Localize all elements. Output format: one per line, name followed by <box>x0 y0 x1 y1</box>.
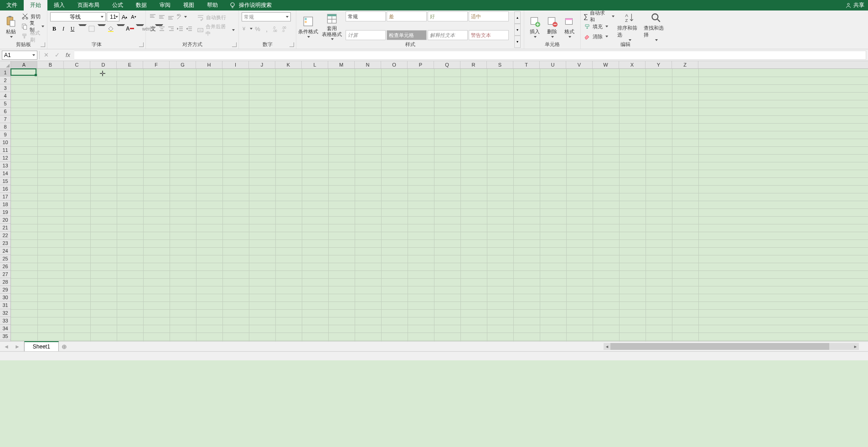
row-header-28[interactable]: 28 <box>0 278 10 286</box>
style-bad[interactable]: 差 <box>387 11 427 21</box>
row-header-8[interactable]: 8 <box>0 123 10 131</box>
style-normal[interactable]: 常规 <box>346 11 386 21</box>
font-dialog-launcher[interactable] <box>139 42 144 47</box>
sheet-tab-active[interactable]: Sheet1 <box>24 341 59 351</box>
align-right-button[interactable] <box>167 24 175 33</box>
col-header-C[interactable]: C <box>64 61 90 68</box>
decrease-indent-button[interactable] <box>176 24 184 33</box>
name-box[interactable]: A1 <box>2 51 37 60</box>
tab-view[interactable]: 视图 <box>177 0 201 10</box>
row-header-17[interactable]: 17 <box>0 193 10 201</box>
fill-color-button[interactable] <box>107 24 115 33</box>
add-sheet-button[interactable]: ⊕ <box>59 342 70 351</box>
column-headers[interactable]: ABCDEFGHIJKLMNOPQRSTUVWXYZ <box>11 61 868 69</box>
row-header-23[interactable]: 23 <box>0 239 10 247</box>
row-header-10[interactable]: 10 <box>0 139 10 146</box>
col-header-L[interactable]: L <box>302 61 328 68</box>
tab-home[interactable]: 开始 <box>24 0 47 10</box>
clipboard-dialog-launcher[interactable] <box>41 42 45 47</box>
gallery-down-button[interactable]: ▾ <box>514 24 521 36</box>
insert-function-button[interactable]: fx <box>63 51 72 60</box>
tab-review[interactable]: 审阅 <box>153 0 177 10</box>
chevron-down-icon[interactable] <box>78 24 87 33</box>
row-header-21[interactable]: 21 <box>0 224 10 232</box>
scroll-left-button[interactable]: ◄ <box>604 343 610 350</box>
style-check[interactable]: 检查单元格 <box>387 30 427 40</box>
tab-formulas[interactable]: 公式 <box>106 0 129 10</box>
row-header-2[interactable]: 2 <box>0 77 10 84</box>
col-header-Y[interactable]: Y <box>646 61 672 68</box>
row-header-18[interactable]: 18 <box>0 201 10 208</box>
col-header-R[interactable]: R <box>460 61 487 68</box>
tab-page-layout[interactable]: 页面布局 <box>71 0 106 10</box>
cells-area[interactable] <box>11 69 868 341</box>
decrease-decimal-button[interactable]: .00.0 <box>281 24 289 33</box>
row-header-1[interactable]: 1 <box>0 69 10 77</box>
scroll-right-button[interactable]: ► <box>852 343 859 350</box>
number-dialog-launcher[interactable] <box>289 42 294 47</box>
horizontal-scrollbar[interactable]: ◄ ► <box>604 343 859 350</box>
increase-indent-button[interactable] <box>185 24 193 33</box>
style-warn[interactable]: 警告文本 <box>469 30 509 40</box>
comma-button[interactable]: , <box>263 24 271 33</box>
col-header-O[interactable]: O <box>381 61 408 68</box>
tab-insert[interactable]: 插入 <box>47 0 71 10</box>
row-header-6[interactable]: 6 <box>0 108 10 115</box>
col-header-A[interactable]: A <box>11 61 37 68</box>
borders-button[interactable] <box>88 24 96 33</box>
style-neutral[interactable]: 适中 <box>469 11 509 21</box>
row-headers[interactable]: 1234567891011121314151617181920212223242… <box>0 69 11 341</box>
col-header-Z[interactable]: Z <box>672 61 698 68</box>
tab-file[interactable]: 文件 <box>0 0 24 10</box>
align-middle-button[interactable] <box>158 12 166 21</box>
chevron-down-icon[interactable] <box>117 24 125 33</box>
insert-cells-button[interactable]: 插入 <box>526 11 543 42</box>
find-select-button[interactable]: 查找和选择 <box>644 11 668 42</box>
fill-button[interactable]: 填充 <box>583 21 615 31</box>
col-header-S[interactable]: S <box>487 61 513 68</box>
row-header-12[interactable]: 12 <box>0 154 10 162</box>
number-format-select[interactable]: 常规 <box>242 12 291 21</box>
row-header-11[interactable]: 11 <box>0 146 10 154</box>
style-good[interactable]: 好 <box>428 11 468 21</box>
scroll-thumb[interactable] <box>610 343 829 350</box>
italic-button[interactable]: I <box>59 24 67 33</box>
row-header-30[interactable]: 30 <box>0 294 10 301</box>
col-header-N[interactable]: N <box>355 61 381 68</box>
orientation-button[interactable]: ab <box>176 12 187 21</box>
col-header-I[interactable]: I <box>222 61 249 68</box>
col-header-P[interactable]: P <box>408 61 434 68</box>
style-explain[interactable]: 解释性文本 <box>428 30 468 40</box>
increase-font-button[interactable]: A▴ <box>120 12 129 21</box>
format-cells-button[interactable]: 格式 <box>561 11 578 42</box>
row-header-33[interactable]: 33 <box>0 317 10 325</box>
confirm-edit-button[interactable]: ✓ <box>52 51 62 60</box>
formula-input[interactable] <box>74 51 866 60</box>
row-header-5[interactable]: 5 <box>0 100 10 108</box>
row-header-24[interactable]: 24 <box>0 247 10 255</box>
row-header-26[interactable]: 26 <box>0 263 10 270</box>
col-header-J[interactable]: J <box>249 61 275 68</box>
row-header-7[interactable]: 7 <box>0 115 10 123</box>
row-header-32[interactable]: 32 <box>0 309 10 317</box>
increase-decimal-button[interactable]: .0.00 <box>272 24 280 33</box>
spreadsheet-grid[interactable]: ABCDEFGHIJKLMNOPQRSTUVWXYZ 1234567891011… <box>0 61 868 341</box>
row-header-3[interactable]: 3 <box>0 84 10 92</box>
wrap-text-button[interactable]: 自动换行 <box>196 12 236 22</box>
chevron-down-icon[interactable] <box>98 24 106 33</box>
underline-button[interactable]: U <box>68 24 77 33</box>
paste-button[interactable]: 粘贴 <box>2 11 21 42</box>
align-center-button[interactable] <box>158 24 166 33</box>
conditional-format-button[interactable]: 条件格式 <box>298 11 318 42</box>
active-cell[interactable] <box>10 68 36 76</box>
row-header-25[interactable]: 25 <box>0 255 10 263</box>
col-header-H[interactable]: H <box>196 61 222 68</box>
col-header-W[interactable]: W <box>593 61 619 68</box>
col-header-E[interactable]: E <box>117 61 143 68</box>
col-header-G[interactable]: G <box>170 61 196 68</box>
col-header-U[interactable]: U <box>540 61 566 68</box>
row-header-35[interactable]: 35 <box>0 333 10 340</box>
row-header-22[interactable]: 22 <box>0 232 10 239</box>
row-header-29[interactable]: 29 <box>0 286 10 294</box>
align-bottom-button[interactable] <box>167 12 175 21</box>
